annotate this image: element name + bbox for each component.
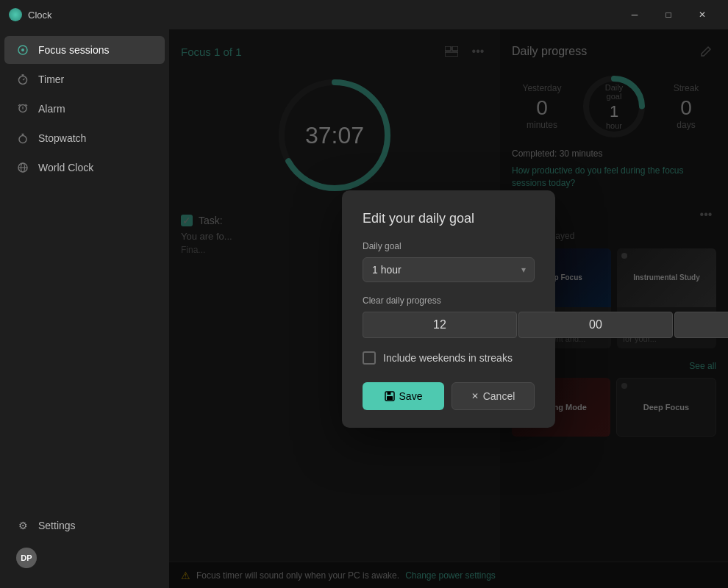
alarm-icon — [16, 102, 29, 115]
modal-overlay: Edit your daily goal Daily goal 30 minut… — [169, 29, 728, 588]
time-hour-field[interactable] — [363, 312, 517, 338]
sidebar-item-focus-sessions[interactable]: Focus sessions — [4, 36, 165, 64]
daily-goal-select-wrapper: 30 minutes 1 hour 2 hours 4 hours 8 hour… — [363, 257, 535, 282]
modal-title: Edit your daily goal — [363, 211, 535, 226]
sidebar-item-stopwatch[interactable]: Stopwatch — [4, 124, 165, 152]
title-bar-left: Clock — [9, 8, 52, 21]
sidebar-label-stopwatch: Stopwatch — [38, 132, 86, 144]
svg-point-1 — [21, 49, 24, 51]
save-icon — [385, 391, 395, 401]
include-weekends-row[interactable]: Include weekends in streaks — [363, 351, 535, 365]
window-controls[interactable]: ─ □ ✕ — [618, 3, 719, 26]
app-title: Clock — [28, 10, 52, 21]
timer-icon — [16, 73, 29, 86]
sidebar-label-alarm: Alarm — [38, 103, 65, 115]
include-weekends-label: Include weekends in streaks — [383, 352, 513, 364]
sidebar-item-timer[interactable]: Timer — [4, 65, 165, 93]
clear-progress-label: Clear daily progress — [363, 295, 535, 306]
save-label: Save — [399, 390, 423, 402]
svg-rect-23 — [387, 392, 390, 395]
focus-icon — [16, 43, 29, 57]
maximize-button[interactable]: □ — [652, 3, 685, 26]
time-picker — [363, 312, 535, 338]
edit-goal-modal: Edit your daily goal Daily goal 30 minut… — [342, 190, 555, 428]
time-minute-field[interactable] — [518, 312, 673, 338]
close-button[interactable]: ✕ — [685, 3, 719, 26]
sidebar-label-focus: Focus sessions — [38, 44, 109, 56]
world-icon — [16, 161, 29, 174]
modal-buttons: Save ✕ Cancel — [363, 382, 535, 410]
include-weekends-checkbox[interactable] — [363, 351, 376, 365]
sidebar-item-settings[interactable]: ⚙ Settings — [4, 512, 165, 539]
minimize-button[interactable]: ─ — [618, 3, 652, 26]
sidebar-label-timer: Timer — [38, 74, 64, 85]
svg-point-9 — [19, 136, 26, 143]
sidebar-item-alarm[interactable]: Alarm — [4, 95, 165, 123]
daily-goal-field-label: Daily goal — [363, 241, 535, 251]
sidebar: Focus sessions Timer — [0, 29, 169, 588]
time-period-field[interactable] — [674, 312, 728, 338]
main-layout: Focus sessions Timer — [0, 29, 728, 588]
sidebar-label-world-clock: World Clock — [38, 162, 93, 173]
cancel-button[interactable]: ✕ Cancel — [452, 382, 535, 410]
content-area: Focus 1 of 1 ••• — [169, 29, 728, 588]
cancel-label: Cancel — [483, 390, 515, 402]
clock-icon — [9, 8, 22, 21]
title-bar: Clock ─ □ ✕ — [0, 0, 728, 29]
sidebar-item-avatar[interactable]: DP — [4, 540, 165, 576]
svg-rect-24 — [387, 396, 393, 400]
save-button[interactable]: Save — [363, 382, 444, 410]
sidebar-label-settings: Settings — [38, 520, 76, 531]
avatar: DP — [16, 548, 37, 568]
settings-icon: ⚙ — [16, 519, 29, 532]
svg-line-5 — [23, 79, 25, 80]
sidebar-item-world-clock[interactable]: World Clock — [4, 154, 165, 182]
stopwatch-icon — [16, 132, 29, 145]
daily-goal-select[interactable]: 30 minutes 1 hour 2 hours 4 hours 8 hour… — [363, 257, 535, 282]
